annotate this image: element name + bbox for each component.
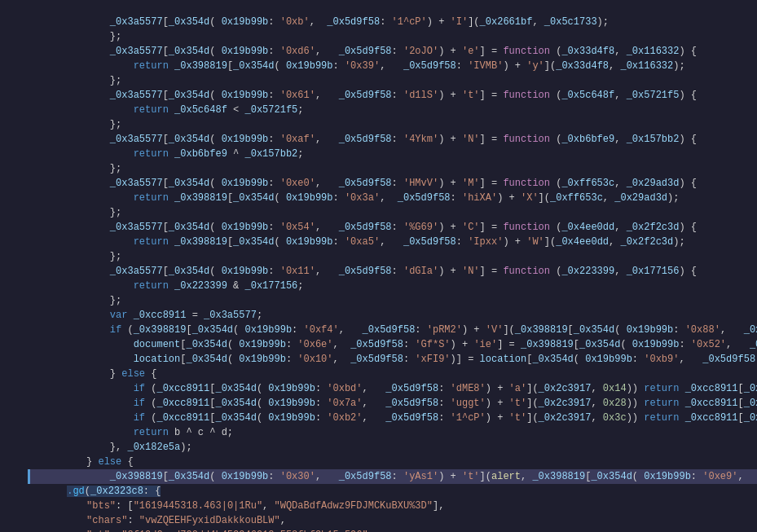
code-editor: _0x3a5577[_0x354d( 0x19b99b: '0xb', _0x5… [0,0,757,532]
code-line: _0x3a5577[_0x354d( 0x19b99b: '0x61', _0x… [28,73,757,88]
ln [7,455,18,469]
ln [7,73,18,88]
code-line: _0x3a5577[_0x354d( 0x19b99b: '0xd6', _0x… [28,29,757,44]
ln [7,147,18,161]
ln [7,59,18,73]
ln [7,29,18,44]
ln [7,191,18,205]
ln [7,381,18,396]
ln [7,88,18,103]
ln [7,161,18,176]
ln [7,235,18,249]
ln [7,308,18,323]
ln [7,469,18,484]
ln [7,279,18,293]
code-line: _0x3a5577[_0x354d( 0x19b99b: '0x54', _0x… [28,205,757,220]
ln [7,411,18,425]
ln [7,352,18,367]
ln [7,205,18,220]
code-line: var _0xcc8911 = _0x3a5577; [28,293,757,308]
ln [7,0,18,15]
code-line: _0x3a5577[_0x354d( 0x19b99b: '0xe0', _0x… [28,161,757,176]
line-numbers [0,0,24,532]
ln [7,132,18,147]
ln [7,103,18,117]
code-line: _0x398819[_0x354d( 0x19b99b: '0x30', _0x… [28,455,757,469]
ln [7,499,18,513]
ln [7,117,18,132]
ln [7,396,18,411]
ln [7,44,18,59]
ln [7,440,18,455]
code-line: _0x3a5577[_0x354d( 0x19b99b: '0xaf', _0x… [28,117,757,132]
ln [7,293,18,308]
ln [7,484,18,499]
ln [7,15,18,29]
ln [7,323,18,337]
ln [7,513,18,528]
ln [7,337,18,352]
ln [7,176,18,191]
ln [7,220,18,235]
code-line: _0x3a5577[_0x354d( 0x19b99b: '0x11', _0x… [28,249,757,264]
ln [7,249,18,264]
ln [7,264,18,279]
ln [7,425,18,440]
code-content[interactable]: _0x3a5577[_0x354d( 0x19b99b: '0xb', _0x5… [24,0,757,532]
ln [7,367,18,381]
code-line: _0x3a5577[_0x354d( 0x19b99b: '0xb', _0x5… [28,0,757,15]
